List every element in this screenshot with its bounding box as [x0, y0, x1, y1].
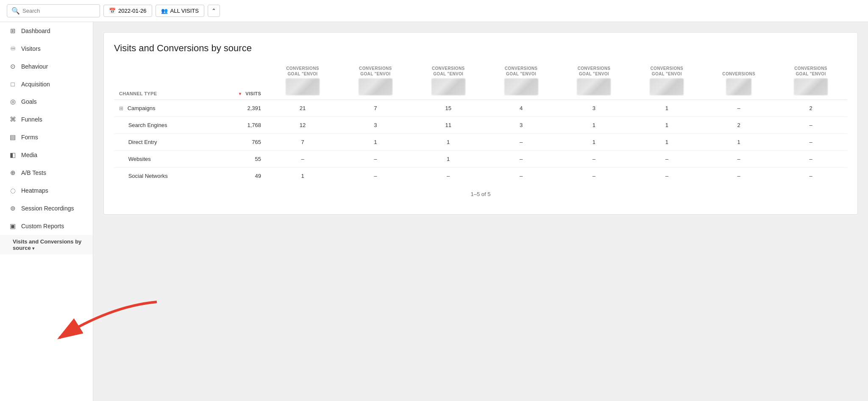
funnels-icon: ⌘: [8, 116, 17, 123]
sub-item-label: Visits and Conversions by source ▾: [13, 238, 84, 251]
col-header-conv2: CONVERSIONSGOAL "ENVOI: [339, 62, 412, 100]
calendar-icon: 📅: [109, 8, 116, 14]
blurred-header-4: [504, 78, 538, 95]
col-header-conv3: CONVERSIONSGOAL "ENVOI: [412, 62, 485, 100]
sidebar-label-media: Media: [21, 152, 37, 158]
sidebar-label-custom-reports: Custom Reports: [21, 223, 64, 230]
col-header-channel: CHANNEL TYPE: [114, 62, 211, 100]
sidebar-item-visits-conversions[interactable]: Visits and Conversions by source ▾: [0, 235, 93, 254]
people-icon: 👥: [161, 8, 168, 14]
cell-v3: 11: [412, 117, 485, 134]
cell-v6: –: [630, 151, 703, 168]
report-card: Visits and Conversions by source CHANNEL…: [103, 32, 858, 215]
blurred-header-2: [359, 78, 392, 95]
expand-icon[interactable]: ⊞: [119, 105, 123, 111]
sidebar-label-funnels: Funnels: [21, 116, 42, 123]
search-box[interactable]: 🔍: [7, 4, 100, 17]
date-picker-button[interactable]: 📅 2022-01-26: [103, 5, 152, 17]
table-header-row: CHANNEL TYPE ▼ VISITS CONVERSIONSGOAL "E…: [114, 62, 847, 100]
table-row: Direct Entry 765 7 1 1 – 1 1 1 –: [114, 134, 847, 151]
cell-visits: 49: [211, 168, 266, 185]
sidebar-item-dashboard[interactable]: ⊞ Dashboard: [0, 22, 93, 40]
cell-v4: –: [485, 168, 558, 185]
cell-v2: 1: [339, 134, 412, 151]
cell-v7: 1: [703, 134, 774, 151]
cell-v1: 12: [266, 117, 339, 134]
cell-channel: Websites: [114, 151, 211, 168]
sidebar-item-behaviour[interactable]: ⊙ Behaviour: [0, 58, 93, 75]
ab-tests-icon: ⊕: [8, 169, 17, 177]
layout: ⊞ Dashboard ♾ Visitors ⊙ Behaviour □ Acq…: [0, 22, 868, 401]
sidebar-label-visitors: Visitors: [21, 45, 41, 52]
cell-v4: –: [485, 134, 558, 151]
dropdown-arrow-icon: ▾: [32, 246, 34, 251]
table-row: ⊞ Campaigns 2,391 21 7 15 4 3 1 – 2: [114, 100, 847, 117]
blurred-header-1: [286, 78, 320, 95]
cell-channel: Search Engines: [114, 117, 211, 134]
col-header-conv6: CONVERSIONSGOAL "ENVOI: [630, 62, 703, 100]
cell-v6: 1: [630, 134, 703, 151]
visits-filter-button[interactable]: 👥 ALL VISITS: [156, 5, 204, 17]
sidebar-label-ab-tests: A/B Tests: [21, 169, 46, 176]
cell-v4: 4: [485, 100, 558, 117]
sidebar-item-funnels[interactable]: ⌘ Funnels: [0, 111, 93, 128]
cell-v8: –: [774, 134, 847, 151]
goals-icon: ◎: [8, 98, 17, 105]
sidebar-item-custom-reports[interactable]: ▣ Custom Reports: [0, 217, 93, 235]
cell-v1: –: [266, 151, 339, 168]
cell-channel: Direct Entry: [114, 134, 211, 151]
table-body: ⊞ Campaigns 2,391 21 7 15 4 3 1 – 2 Sear…: [114, 100, 847, 185]
sidebar-label-forms: Forms: [21, 134, 38, 141]
sidebar-item-visitors[interactable]: ♾ Visitors: [0, 40, 93, 58]
sidebar-label-acquisition: Acquisition: [21, 81, 50, 88]
cell-v7: 2: [703, 117, 774, 134]
topbar: 🔍 📅 2022-01-26 👥 ALL VISITS ⌃: [0, 0, 868, 22]
col-header-conv1: CONVERSIONSGOAL "ENVOI: [266, 62, 339, 100]
blurred-header-7: [726, 78, 751, 95]
sidebar-item-heatmaps[interactable]: ◌ Heatmaps: [0, 182, 93, 199]
blurred-header-6: [650, 78, 684, 95]
table-row: Search Engines 1,768 12 3 11 3 1 1 2 –: [114, 117, 847, 134]
cell-v6: 1: [630, 100, 703, 117]
sidebar-item-ab-tests[interactable]: ⊕ A/B Tests: [0, 164, 93, 182]
col-header-conv4: CONVERSIONSGOAL "ENVOI: [485, 62, 558, 100]
cell-v1: 7: [266, 134, 339, 151]
sidebar-item-media[interactable]: ◧ Media: [0, 146, 93, 164]
search-input[interactable]: [22, 8, 95, 14]
cell-v2: –: [339, 168, 412, 185]
main-content: Visits and Conversions by source CHANNEL…: [93, 22, 868, 401]
cell-v7: –: [703, 168, 774, 185]
sidebar-item-forms[interactable]: ▤ Forms: [0, 128, 93, 146]
session-recordings-icon: ⊚: [8, 205, 17, 212]
cell-v8: 2: [774, 100, 847, 117]
cell-v3: –: [412, 168, 485, 185]
cell-v1: 21: [266, 100, 339, 117]
sidebar-label-goals: Goals: [21, 98, 37, 105]
report-title: Visits and Conversions by source: [114, 43, 847, 54]
col-header-visits[interactable]: ▼ VISITS: [211, 62, 266, 100]
more-button[interactable]: ⌃: [208, 5, 220, 17]
cell-v5: 3: [558, 100, 631, 117]
sidebar: ⊞ Dashboard ♾ Visitors ⊙ Behaviour □ Acq…: [0, 22, 93, 401]
sidebar-item-goals[interactable]: ◎ Goals: [0, 93, 93, 111]
col-header-conversions: CONVERSIONS: [703, 62, 774, 100]
cell-v8: –: [774, 168, 847, 185]
sidebar-label-session-recordings: Session Recordings: [21, 205, 74, 212]
cell-v5: –: [558, 168, 631, 185]
acquisition-icon: □: [8, 80, 17, 88]
cell-visits: 1,768: [211, 117, 266, 134]
cell-v8: –: [774, 117, 847, 134]
pagination: 1–5 of 5: [114, 184, 847, 204]
sidebar-item-acquisition[interactable]: □ Acquisition: [0, 75, 93, 93]
search-icon: 🔍: [11, 7, 20, 15]
chevron-up-icon: ⌃: [211, 8, 216, 14]
blurred-header-3: [431, 78, 465, 95]
sidebar-item-session-recordings[interactable]: ⊚ Session Recordings: [0, 199, 93, 217]
visits-label: ALL VISITS: [170, 8, 199, 14]
behaviour-icon: ⊙: [8, 63, 17, 70]
cell-visits: 2,391: [211, 100, 266, 117]
cell-v3: 15: [412, 100, 485, 117]
cell-v2: 3: [339, 117, 412, 134]
blurred-header-8: [794, 78, 828, 95]
visitors-icon: ♾: [8, 45, 17, 53]
